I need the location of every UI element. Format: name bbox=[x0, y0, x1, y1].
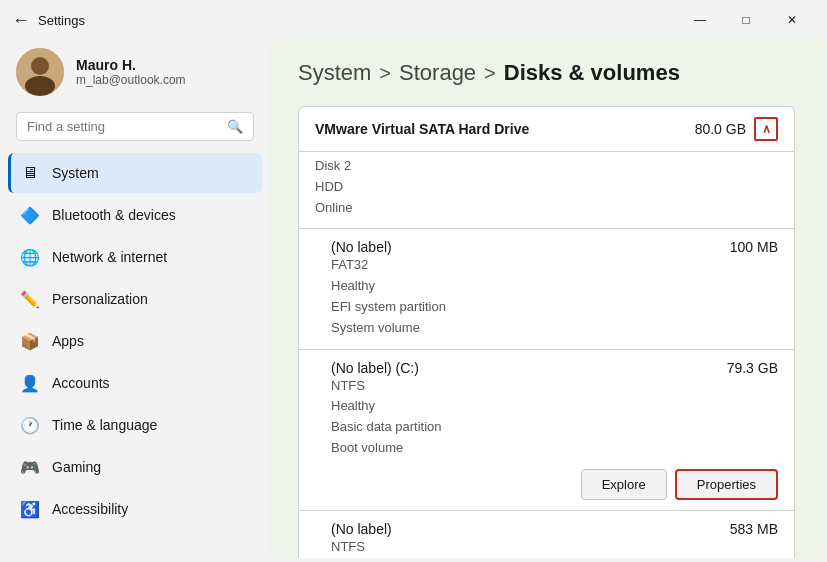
time-icon: 🕐 bbox=[20, 415, 40, 435]
apps-icon: 📦 bbox=[20, 331, 40, 351]
back-button[interactable]: ← bbox=[12, 10, 30, 31]
partition-2: (No label) (C:) 79.3 GB NTFS Healthy Bas… bbox=[298, 350, 795, 511]
sidebar-label-bluetooth: Bluetooth & devices bbox=[52, 207, 176, 223]
sidebar-label-apps: Apps bbox=[52, 333, 84, 349]
close-button[interactable]: ✕ bbox=[769, 4, 815, 36]
sidebar-item-bluetooth[interactable]: 🔷 Bluetooth & devices bbox=[8, 195, 262, 235]
sidebar-item-system[interactable]: 🖥 System bbox=[8, 153, 262, 193]
disk-section: VMware Virtual SATA Hard Drive 80.0 GB ∧… bbox=[298, 106, 795, 558]
sidebar-item-accessibility[interactable]: ♿ Accessibility bbox=[8, 489, 262, 529]
breadcrumb: System > Storage > Disks & volumes bbox=[298, 60, 795, 86]
title-bar: ← Settings — □ ✕ bbox=[0, 0, 827, 36]
disk-meta: Disk 2 HDD Online bbox=[298, 152, 795, 229]
partition-2-header: (No label) (C:) 79.3 GB bbox=[331, 360, 778, 376]
explore-button[interactable]: Explore bbox=[581, 469, 667, 500]
nav-list: 🖥 System 🔷 Bluetooth & devices 🌐 Network… bbox=[8, 153, 262, 531]
user-profile: Mauro H. m_lab@outlook.com bbox=[8, 36, 262, 112]
sidebar-label-system: System bbox=[52, 165, 99, 181]
sidebar-label-accessibility: Accessibility bbox=[52, 501, 128, 517]
sidebar-label-personalization: Personalization bbox=[52, 291, 148, 307]
breadcrumb-storage[interactable]: Storage bbox=[399, 60, 476, 86]
sidebar-label-accounts: Accounts bbox=[52, 375, 110, 391]
partition-2-size: 79.3 GB bbox=[727, 360, 778, 376]
partition-3-fs: NTFS bbox=[331, 537, 778, 558]
sidebar-label-gaming: Gaming bbox=[52, 459, 101, 475]
partition-1-label: (No label) bbox=[331, 239, 392, 255]
main-panel: System > Storage > Disks & volumes VMwar… bbox=[270, 40, 823, 558]
gaming-icon: 🎮 bbox=[20, 457, 40, 477]
partition-2-actions: Explore Properties bbox=[331, 469, 778, 500]
svg-point-1 bbox=[31, 57, 49, 75]
breadcrumb-system[interactable]: System bbox=[298, 60, 371, 86]
user-info: Mauro H. m_lab@outlook.com bbox=[76, 57, 186, 87]
search-box[interactable]: 🔍 bbox=[16, 112, 254, 141]
disk-size-row: 80.0 GB ∧ bbox=[695, 117, 778, 141]
partition-1-volume: System volume bbox=[331, 318, 778, 339]
disk-num: Disk 2 bbox=[315, 156, 778, 177]
partition-3-label: (No label) bbox=[331, 521, 392, 537]
user-name: Mauro H. bbox=[76, 57, 186, 73]
disk-status: Online bbox=[315, 198, 778, 219]
sidebar-item-accounts[interactable]: 👤 Accounts bbox=[8, 363, 262, 403]
properties-button[interactable]: Properties bbox=[675, 469, 778, 500]
partition-1-header: (No label) 100 MB bbox=[331, 239, 778, 255]
disk-header: VMware Virtual SATA Hard Drive 80.0 GB ∧ bbox=[298, 106, 795, 152]
app-title: Settings bbox=[38, 13, 85, 28]
app-body: Mauro H. m_lab@outlook.com 🔍 🖥 System 🔷 … bbox=[0, 36, 827, 562]
partition-2-label: (No label) (C:) bbox=[331, 360, 419, 376]
accessibility-icon: ♿ bbox=[20, 499, 40, 519]
sidebar-item-gaming[interactable]: 🎮 Gaming bbox=[8, 447, 262, 487]
search-icon: 🔍 bbox=[227, 119, 243, 134]
sidebar: Mauro H. m_lab@outlook.com 🔍 🖥 System 🔷 … bbox=[0, 36, 270, 562]
breadcrumb-current: Disks & volumes bbox=[504, 60, 680, 86]
accounts-icon: 👤 bbox=[20, 373, 40, 393]
bluetooth-icon: 🔷 bbox=[20, 205, 40, 225]
partition-2-health: Healthy bbox=[331, 396, 778, 417]
disk-type: HDD bbox=[315, 177, 778, 198]
svg-point-2 bbox=[25, 76, 55, 96]
personalization-icon: ✏️ bbox=[20, 289, 40, 309]
sidebar-item-network[interactable]: 🌐 Network & internet bbox=[8, 237, 262, 277]
minimize-button[interactable]: — bbox=[677, 4, 723, 36]
partition-1-fs: FAT32 bbox=[331, 255, 778, 276]
partition-3-size: 583 MB bbox=[730, 521, 778, 537]
user-email: m_lab@outlook.com bbox=[76, 73, 186, 87]
partition-1-size: 100 MB bbox=[730, 239, 778, 255]
search-input[interactable] bbox=[27, 119, 219, 134]
collapse-button[interactable]: ∧ bbox=[754, 117, 778, 141]
sidebar-label-time: Time & language bbox=[52, 417, 157, 433]
sidebar-item-apps[interactable]: 📦 Apps bbox=[8, 321, 262, 361]
network-icon: 🌐 bbox=[20, 247, 40, 267]
title-bar-left: ← Settings bbox=[12, 10, 85, 31]
sidebar-label-network: Network & internet bbox=[52, 249, 167, 265]
window-controls: — □ ✕ bbox=[677, 4, 815, 36]
partition-1-type: EFI system partition bbox=[331, 297, 778, 318]
partition-1-health: Healthy bbox=[331, 276, 778, 297]
disk-size: 80.0 GB bbox=[695, 121, 746, 137]
disk-name: VMware Virtual SATA Hard Drive bbox=[315, 121, 529, 137]
partition-3: (No label) 583 MB NTFS Healthy Microsoft… bbox=[298, 511, 795, 558]
avatar bbox=[16, 48, 64, 96]
partition-2-volume: Boot volume bbox=[331, 438, 778, 459]
partition-1: (No label) 100 MB FAT32 Healthy EFI syst… bbox=[298, 229, 795, 349]
sidebar-item-personalization[interactable]: ✏️ Personalization bbox=[8, 279, 262, 319]
system-icon: 🖥 bbox=[20, 163, 40, 183]
breadcrumb-sep-2: > bbox=[484, 62, 496, 85]
maximize-button[interactable]: □ bbox=[723, 4, 769, 36]
partition-2-type: Basic data partition bbox=[331, 417, 778, 438]
sidebar-item-time[interactable]: 🕐 Time & language bbox=[8, 405, 262, 445]
partition-2-fs: NTFS bbox=[331, 376, 778, 397]
partition-3-header: (No label) 583 MB bbox=[331, 521, 778, 537]
breadcrumb-sep-1: > bbox=[379, 62, 391, 85]
